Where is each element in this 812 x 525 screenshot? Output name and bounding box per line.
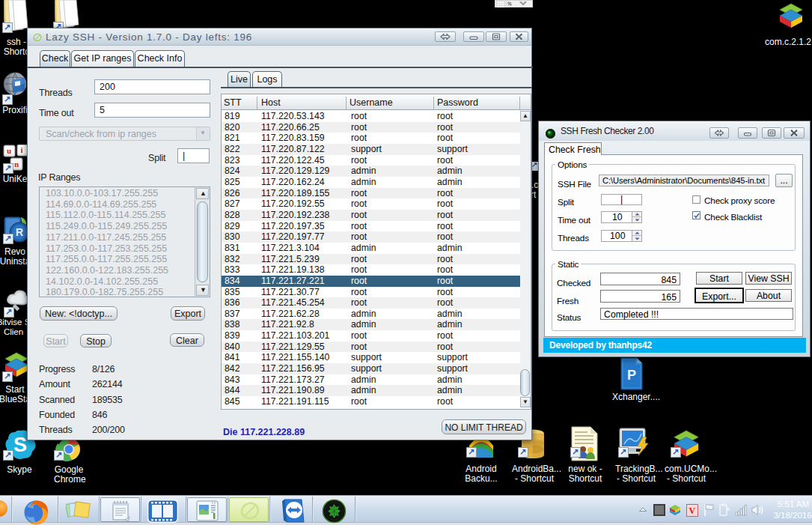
svg-text:u: u — [7, 146, 11, 155]
svg-text:S: S — [13, 434, 27, 456]
svg-text:n: n — [14, 160, 19, 169]
svg-text:R: R — [16, 226, 23, 238]
svg-text:P: P — [627, 368, 636, 383]
svg-text:i: i — [20, 145, 22, 154]
